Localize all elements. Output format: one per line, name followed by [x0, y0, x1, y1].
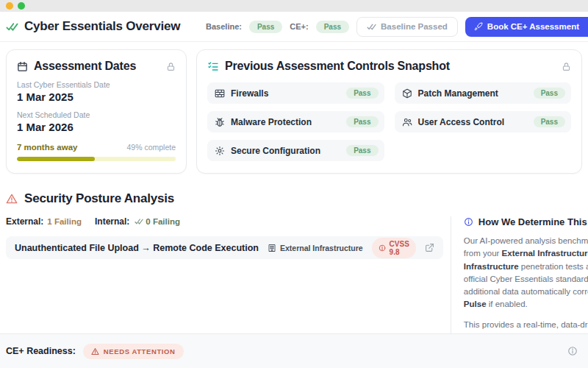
window-minimize-dot[interactable]	[6, 2, 13, 10]
building-icon	[268, 244, 276, 252]
double-check-icon	[135, 217, 143, 226]
control-status-badge: Pass	[346, 88, 378, 99]
control-row-malware-protection: Malware Protection Pass	[207, 111, 384, 132]
window-titlebar	[0, 0, 588, 12]
main-content: Assessment Dates Last Cyber Essentials D…	[0, 42, 588, 333]
control-label: Firewalls	[231, 88, 268, 99]
warning-triangle-icon	[91, 347, 99, 355]
needs-attention-badge: NEEDS ATTENTION	[83, 344, 184, 359]
readiness-footer: CE+ Readiness: NEEDS ATTENTION	[0, 333, 588, 368]
control-row-firewalls: Firewalls Pass	[207, 82, 384, 104]
control-status-badge: Pass	[346, 145, 378, 156]
control-label: Secure Configuration	[231, 146, 320, 156]
baseline-passed-label: Baseline Passed	[381, 22, 448, 31]
info-circle-icon[interactable]	[567, 346, 578, 356]
external-link-icon[interactable]	[425, 243, 434, 252]
control-row-user-access-control: User Access Control Pass	[395, 111, 572, 132]
next-date-label: Next Scheduled Date	[17, 110, 176, 119]
how-we-determine-paragraph-1: Our AI-powered analysis benchmarks findi…	[464, 235, 588, 311]
cvss-score: CVSS 9.8	[390, 240, 409, 256]
warning-triangle-icon	[6, 193, 18, 205]
progress-bar	[17, 157, 176, 161]
alert-circle-icon	[379, 244, 386, 252]
finding-row[interactable]: Unauthenticated File Upload → Remote Cod…	[6, 236, 443, 259]
baseline-passed-button[interactable]: Baseline Passed	[356, 17, 458, 37]
control-row-secure-configuration: Secure Configuration Pass	[207, 140, 384, 161]
control-label: Malware Protection	[231, 117, 312, 127]
users-icon	[402, 117, 412, 127]
needs-attention-label: NEEDS ATTENTION	[104, 347, 176, 355]
external-label: External:	[6, 216, 43, 227]
baseline-status-badge: Pass	[249, 21, 282, 33]
book-ce-plus-button[interactable]: Book CE+ Assessment	[465, 17, 588, 37]
gear-icon	[215, 146, 225, 156]
double-check-icon	[367, 22, 376, 32]
progress-percent-label: 49% complete	[126, 143, 176, 152]
external-failing-count: 1 Failing	[47, 217, 82, 226]
lock-icon	[166, 62, 176, 71]
baseline-label: Baseline:	[206, 22, 242, 31]
how-we-determine-paragraph-2: This provides a real-time, data-driven a…	[464, 319, 588, 334]
control-row-patch-management: Patch Management Pass	[395, 82, 572, 104]
assessment-dates-card: Assessment Dates Last Cyber Essentials D…	[6, 49, 187, 174]
page-header: Cyber Essentials Overview Baseline: Pass…	[0, 12, 588, 42]
internal-failing-count: 0 Failing	[146, 217, 180, 226]
internal-label: Internal:	[95, 216, 129, 227]
control-status-badge: Pass	[346, 116, 378, 127]
finding-title: Unauthenticated File Upload → Remote Cod…	[15, 243, 259, 253]
progress-bar-fill	[17, 157, 95, 161]
controls-snapshot-card: Previous Assessment Controls Snapshot Fi…	[196, 49, 582, 174]
control-status-badge: Pass	[534, 88, 565, 99]
readiness-label: CE+ Readiness:	[6, 346, 76, 356]
finding-source: External Infrastructure	[280, 244, 363, 252]
page-title: Cyber Essentials Overview	[24, 19, 180, 34]
book-ce-plus-label: Book CE+ Assessment	[487, 22, 579, 31]
ce-plus-label: CE+:	[290, 22, 308, 31]
rocket-icon	[474, 22, 483, 31]
last-date-value: 1 Mar 2025	[17, 91, 176, 103]
security-posture-section: Security Posture Analysis External: 1 Fa…	[6, 191, 582, 333]
ce-plus-status-badge: Pass	[316, 21, 349, 33]
how-we-determine-panel: How We Determine This Our AI-powered ana…	[451, 216, 588, 333]
controls-snapshot-title: Previous Assessment Controls Snapshot	[225, 60, 450, 73]
control-status-badge: Pass	[534, 116, 565, 127]
info-circle-icon	[464, 217, 473, 227]
checklist-icon	[207, 60, 219, 72]
how-we-determine-title: How We Determine This	[478, 216, 587, 227]
last-date-label: Last Cyber Essentials Date	[17, 80, 176, 89]
assessment-dates-title: Assessment Dates	[34, 60, 136, 73]
lock-icon	[562, 62, 571, 71]
control-label: Patch Management	[418, 88, 498, 99]
double-check-icon	[6, 21, 18, 33]
countdown-text: 7 months away	[17, 143, 77, 152]
calendar-icon	[17, 61, 28, 72]
cvss-badge: CVSS 9.8	[372, 238, 416, 258]
security-posture-title: Security Posture Analysis	[24, 191, 174, 206]
control-label: User Access Control	[418, 117, 505, 127]
window-maximize-dot[interactable]	[18, 2, 25, 10]
bug-icon	[215, 117, 225, 127]
next-date-value: 1 Mar 2026	[17, 121, 176, 133]
package-icon	[402, 88, 412, 99]
firewall-icon	[215, 88, 225, 99]
